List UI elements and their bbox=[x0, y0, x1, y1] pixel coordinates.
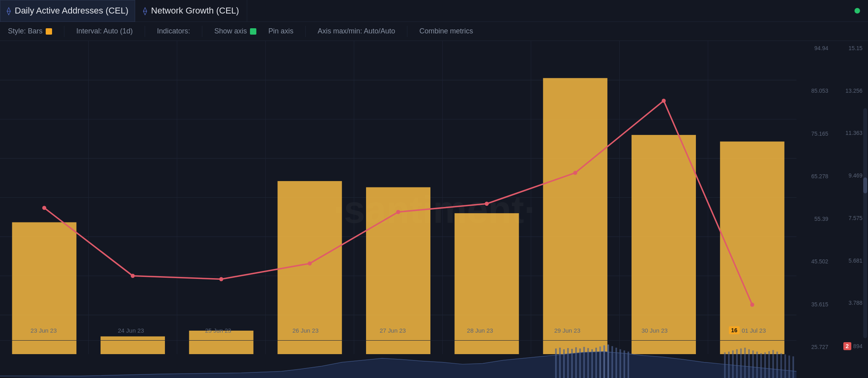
svg-rect-46 bbox=[768, 351, 770, 378]
y-right-val-8-row: 2 894 bbox=[843, 342, 862, 350]
svg-rect-28 bbox=[603, 345, 605, 378]
y-left-val-8: 25.727 bbox=[811, 344, 828, 350]
mini-chart[interactable] bbox=[0, 340, 796, 378]
svg-rect-36 bbox=[728, 352, 730, 378]
y-right-val-4: 9.469 bbox=[849, 172, 862, 179]
y-left-val-4: 65.278 bbox=[811, 173, 828, 179]
svg-rect-45 bbox=[764, 353, 766, 378]
svg-rect-44 bbox=[760, 353, 762, 378]
svg-rect-31 bbox=[616, 348, 617, 378]
bar-color-swatch bbox=[46, 28, 52, 35]
line-dot-2 bbox=[131, 274, 135, 278]
indicators-button[interactable]: Indicators: bbox=[157, 27, 190, 35]
line-dot-3 bbox=[219, 277, 223, 281]
svg-rect-48 bbox=[776, 352, 778, 378]
separator-1 bbox=[64, 26, 64, 37]
axis-maxmin-selector[interactable]: Axis max/min: Auto/Auto bbox=[318, 27, 395, 35]
metric2-label[interactable]: ⟠ Network Growth (CEL) bbox=[135, 0, 247, 22]
y-right-val-8: 894 bbox=[853, 343, 862, 349]
svg-rect-40 bbox=[744, 348, 746, 378]
svg-rect-20 bbox=[571, 349, 573, 378]
combine-metrics-button[interactable]: Combine metrics bbox=[419, 27, 473, 35]
bar-30jun bbox=[632, 135, 696, 354]
svg-rect-19 bbox=[567, 348, 569, 378]
svg-rect-50 bbox=[785, 355, 786, 378]
separator-2 bbox=[145, 26, 145, 37]
y-axis-right: 15.15 13.256 11.363 9.469 7.575 5.681 3.… bbox=[832, 41, 868, 354]
y-left-val-3: 75.165 bbox=[811, 131, 828, 137]
interval-label: Interval: Auto (1d) bbox=[76, 27, 133, 35]
svg-rect-26 bbox=[595, 348, 597, 378]
separator-5 bbox=[407, 26, 407, 37]
scrollbar-track[interactable] bbox=[863, 108, 867, 338]
svg-rect-37 bbox=[732, 351, 734, 378]
line-dot-5 bbox=[396, 210, 400, 214]
svg-marker-15 bbox=[0, 352, 796, 378]
y-left-val-1: 94.94 bbox=[814, 45, 828, 51]
x-axis: 23 Jun 23 24 Jun 23 25 Jun 23 26 Jun 23 … bbox=[0, 322, 796, 338]
x-label-1: 23 Jun 23 bbox=[31, 327, 57, 334]
style-selector[interactable]: Style: Bars bbox=[8, 27, 52, 35]
show-axis-label: Show axis bbox=[214, 27, 247, 35]
chart-area: ·santiment· bbox=[0, 41, 868, 378]
y-right-val-7: 3.788 bbox=[849, 300, 862, 306]
svg-rect-41 bbox=[748, 349, 750, 378]
svg-rect-34 bbox=[628, 352, 629, 378]
badge-red: 2 bbox=[843, 342, 851, 350]
metric1-label[interactable]: ⟠ Daily Active Addresses (CEL) bbox=[0, 0, 135, 22]
svg-rect-29 bbox=[607, 345, 609, 378]
svg-rect-35 bbox=[724, 353, 726, 378]
show-axis-indicator bbox=[250, 28, 256, 35]
style-label: Style: Bars bbox=[8, 27, 43, 35]
scrollbar-thumb[interactable] bbox=[863, 177, 867, 193]
combine-metrics-label: Combine metrics bbox=[419, 27, 473, 35]
svg-rect-51 bbox=[789, 356, 790, 378]
y-right-val-5: 7.575 bbox=[849, 215, 862, 221]
svg-rect-39 bbox=[740, 349, 742, 378]
line-dot-1 bbox=[42, 206, 46, 210]
svg-rect-23 bbox=[583, 347, 585, 378]
metric1-text: Daily Active Addresses (CEL) bbox=[15, 6, 128, 16]
interval-selector[interactable]: Interval: Auto (1d) bbox=[76, 27, 133, 35]
chart-svg[interactable] bbox=[0, 41, 796, 354]
svg-rect-42 bbox=[752, 351, 754, 378]
x-label-9-row: 16 01 Jul 23 bbox=[729, 326, 766, 334]
line-dot-7 bbox=[573, 171, 577, 175]
line-dot-4 bbox=[308, 261, 312, 265]
y-right-val-2: 13.256 bbox=[845, 88, 862, 94]
svg-rect-22 bbox=[579, 349, 581, 378]
svg-rect-49 bbox=[781, 353, 782, 378]
x-label-3: 25 Jun 23 bbox=[205, 327, 231, 334]
eth-icon-2: ⟠ bbox=[143, 6, 147, 16]
x-label-4: 26 Jun 23 bbox=[293, 327, 319, 334]
chart-header: ⟠ Daily Active Addresses (CEL) ⟠ Network… bbox=[0, 0, 868, 22]
y-left-val-6: 45.502 bbox=[811, 258, 828, 265]
metric2-text: Network Growth (CEL) bbox=[151, 6, 239, 16]
axis-maxmin-label: Axis max/min: Auto/Auto bbox=[318, 27, 395, 35]
svg-rect-32 bbox=[620, 349, 621, 378]
svg-rect-21 bbox=[575, 347, 577, 378]
svg-rect-24 bbox=[587, 348, 589, 378]
toolbar: Style: Bars Interval: Auto (1d) Indicato… bbox=[0, 22, 868, 41]
svg-rect-16 bbox=[555, 349, 557, 378]
x-label-2: 24 Jun 23 bbox=[118, 327, 144, 334]
x-label-5: 27 Jun 23 bbox=[380, 327, 406, 334]
svg-rect-30 bbox=[611, 346, 613, 378]
line-dot-8 bbox=[662, 99, 666, 103]
svg-rect-52 bbox=[792, 357, 794, 378]
svg-rect-18 bbox=[563, 349, 565, 378]
show-axis-toggle[interactable]: Show axis bbox=[214, 27, 256, 35]
eth-icon-1: ⟠ bbox=[7, 6, 11, 16]
pin-axis-toggle[interactable]: Pin axis bbox=[268, 27, 293, 35]
bar-29jun bbox=[543, 78, 607, 354]
chart-container: ⟠ Daily Active Addresses (CEL) ⟠ Network… bbox=[0, 0, 868, 378]
x-label-6: 28 Jun 23 bbox=[467, 327, 493, 334]
y-right-val-6: 5.681 bbox=[849, 257, 862, 264]
svg-rect-17 bbox=[559, 348, 561, 378]
line-dot-6 bbox=[485, 202, 489, 206]
svg-rect-38 bbox=[736, 349, 738, 378]
y-left-val-7: 35.615 bbox=[811, 301, 828, 308]
line-dot-9 bbox=[750, 303, 754, 307]
svg-rect-43 bbox=[756, 352, 758, 378]
separator-3 bbox=[202, 26, 202, 37]
